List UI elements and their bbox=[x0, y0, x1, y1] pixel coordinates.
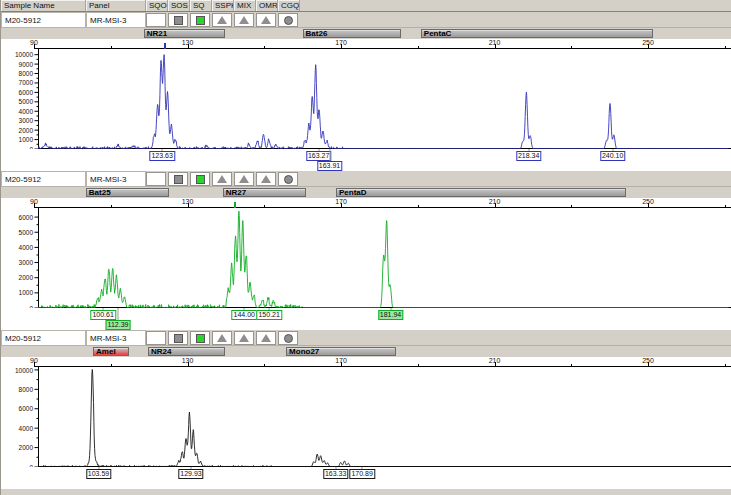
allele-label-row: 103.59129.93163.33170.89 bbox=[1, 467, 731, 489]
y-axis-label: 6000 bbox=[19, 405, 34, 412]
allele-label[interactable]: 163.91 bbox=[317, 161, 342, 171]
size-ruler: 90130170210250 bbox=[1, 39, 731, 49]
marker-bar-amel[interactable]: Amel bbox=[93, 347, 129, 356]
y-axis-label: 9000 bbox=[19, 61, 34, 68]
flag-cell-omr[interactable] bbox=[256, 172, 276, 186]
allele-label[interactable]: 181.94 bbox=[378, 310, 403, 320]
flag-cell-sspk[interactable] bbox=[212, 172, 232, 186]
flag-cell-sq[interactable] bbox=[190, 331, 210, 345]
flag-cell-sos[interactable] bbox=[168, 13, 188, 27]
y-axis-label: 5000 bbox=[19, 229, 34, 236]
flag-cell-cgq[interactable] bbox=[278, 172, 298, 186]
flag-cell-sos[interactable] bbox=[168, 172, 188, 186]
header-cell-sqo[interactable]: SQO bbox=[146, 0, 168, 11]
allele-label[interactable]: 218.34 bbox=[516, 151, 541, 161]
y-axis-label: 4000 bbox=[19, 108, 34, 115]
electropherogram-plot[interactable]: 0200040006000800010000 bbox=[1, 367, 731, 467]
header-cell-omr[interactable]: OMR bbox=[256, 0, 278, 11]
allele-label[interactable]: 163.27 bbox=[306, 151, 331, 161]
marker-bar-pentac[interactable]: PentaC bbox=[421, 29, 653, 38]
ruler-number: 250 bbox=[642, 39, 654, 46]
trace-line bbox=[38, 55, 729, 149]
ruler-number: 170 bbox=[335, 39, 347, 46]
allele-label[interactable]: 112.39 bbox=[106, 320, 131, 330]
ruler-number: 90 bbox=[30, 39, 38, 46]
header-cell-mix[interactable]: MIX bbox=[234, 0, 256, 11]
sample-name-cell[interactable]: M20-5912 bbox=[1, 330, 86, 346]
flag-cell-cgq[interactable] bbox=[278, 13, 298, 27]
electropherogram-plot[interactable]: 0100020003000400050006000700080009000100… bbox=[1, 49, 731, 149]
marker-bar-nr21[interactable]: NR21 bbox=[144, 29, 225, 38]
allele-leader-line bbox=[118, 308, 119, 320]
marker-bar-pentad[interactable]: PentaD bbox=[336, 188, 626, 197]
allele-label[interactable]: 144.00 bbox=[232, 310, 257, 320]
header-cell-sq[interactable]: SQ bbox=[190, 0, 212, 11]
sample-name-cell[interactable]: M20-5912 bbox=[1, 12, 86, 28]
allele-label[interactable]: 100.61 bbox=[90, 310, 115, 320]
flag-square-icon bbox=[174, 334, 183, 343]
y-axis-label: 7000 bbox=[19, 79, 34, 86]
flag-cell-sqo[interactable] bbox=[146, 172, 166, 186]
header-cell-sample-name[interactable]: Sample Name bbox=[1, 0, 86, 11]
flag-cell-sos[interactable] bbox=[168, 331, 188, 345]
flag-cell-omr[interactable] bbox=[256, 13, 276, 27]
flag-triangle-icon bbox=[217, 175, 227, 183]
header-cell-sspk[interactable]: SSPK bbox=[212, 0, 234, 11]
allele-label[interactable]: 150.21 bbox=[256, 310, 281, 320]
flag-cell-sq[interactable] bbox=[190, 172, 210, 186]
marker-bar-bat26[interactable]: Bat26 bbox=[303, 29, 401, 38]
flag-circle-icon bbox=[284, 175, 293, 184]
panel-name-cell[interactable]: MR-MSI-3 bbox=[86, 171, 146, 187]
ruler-number: 130 bbox=[182, 357, 194, 364]
flag-cell-mix[interactable] bbox=[234, 331, 254, 345]
size-ruler: 90130170210250 bbox=[1, 198, 731, 208]
allele-leader-line bbox=[329, 149, 330, 161]
marker-bar-nr27[interactable]: NR27 bbox=[223, 188, 306, 197]
y-axis-label: 2000 bbox=[19, 444, 34, 451]
electropherogram-group-1: M20-5912 MR-MSI-3 NR21Bat26PentaC 901301… bbox=[1, 12, 731, 171]
y-axis-label: 10000 bbox=[15, 367, 33, 374]
flag-cell-sq[interactable] bbox=[190, 13, 210, 27]
sample-row[interactable]: M20-5912 MR-MSI-3 bbox=[1, 171, 731, 187]
flag-cell-sqo[interactable] bbox=[146, 331, 166, 345]
flag-cell-omr[interactable] bbox=[256, 331, 276, 345]
flag-cell-sspk[interactable] bbox=[212, 13, 232, 27]
flag-cell-cgq[interactable] bbox=[278, 331, 298, 345]
flag-square-icon bbox=[196, 334, 205, 343]
flag-triangle-icon bbox=[217, 334, 227, 342]
panel-name-cell[interactable]: MR-MSI-3 bbox=[86, 330, 146, 346]
header-cell-cgq[interactable]: CGQ bbox=[278, 0, 300, 11]
allele-label[interactable]: 170.89 bbox=[349, 469, 374, 479]
flag-cell-sspk[interactable] bbox=[212, 331, 232, 345]
allele-label[interactable]: 103.59 bbox=[86, 469, 111, 479]
electropherogram-group-3: M20-5912 MR-MSI-3 AmelNR24Mono27 9013017… bbox=[1, 330, 731, 489]
flag-cell-mix[interactable] bbox=[234, 172, 254, 186]
marker-bar-mono27[interactable]: Mono27 bbox=[286, 347, 396, 356]
marker-bar-row: Bat25NR27PentaD bbox=[1, 187, 731, 198]
allele-label[interactable]: 129.93 bbox=[178, 469, 203, 479]
ruler-number: 90 bbox=[30, 198, 38, 205]
allele-label[interactable]: 240.10 bbox=[600, 151, 625, 161]
ruler-number: 90 bbox=[30, 357, 38, 364]
marker-bar-bat25[interactable]: Bat25 bbox=[86, 188, 169, 197]
y-axis-label: 3000 bbox=[19, 117, 34, 124]
y-axis-label: 10000 bbox=[15, 51, 33, 58]
electropherogram-plot[interactable]: 0100020003000400050006000 bbox=[1, 208, 731, 308]
allele-label[interactable]: 163.33 bbox=[323, 469, 348, 479]
flag-triangle-icon bbox=[239, 175, 249, 183]
sample-row[interactable]: M20-5912 MR-MSI-3 bbox=[1, 12, 731, 28]
header-cell-panel[interactable]: Panel bbox=[86, 0, 146, 11]
header-cell-sos[interactable]: SOS bbox=[168, 0, 190, 11]
trace-line bbox=[38, 370, 729, 467]
marker-bar-nr24[interactable]: NR24 bbox=[148, 347, 225, 356]
flag-cell-sqo[interactable] bbox=[146, 13, 166, 27]
flag-circle-icon bbox=[284, 334, 293, 343]
panel-name-cell[interactable]: MR-MSI-3 bbox=[86, 12, 146, 28]
y-axis-label: 4000 bbox=[19, 425, 34, 432]
flag-cell-mix[interactable] bbox=[234, 13, 254, 27]
flag-triangle-icon bbox=[239, 16, 249, 24]
allele-label[interactable]: 123.63 bbox=[149, 151, 174, 161]
sample-row[interactable]: M20-5912 MR-MSI-3 bbox=[1, 330, 731, 346]
ruler-number: 210 bbox=[489, 198, 501, 205]
sample-name-cell[interactable]: M20-5912 bbox=[1, 171, 86, 187]
